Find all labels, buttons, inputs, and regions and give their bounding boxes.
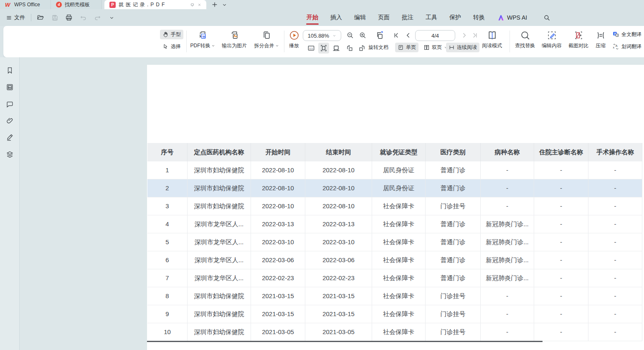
table-cell: 深圳市龙华区人... bbox=[188, 251, 251, 269]
edit-content-button[interactable]: 编辑内容 bbox=[539, 30, 565, 49]
table-cell: 深圳市妇幼保健院 bbox=[188, 287, 251, 305]
bookmark-icon bbox=[6, 66, 14, 74]
pdf-convert-button[interactable]: W PDF转换 bbox=[187, 30, 218, 49]
ribbon-tab-4[interactable]: 页面 bbox=[377, 12, 390, 23]
table-cell: 普通门诊 bbox=[426, 215, 481, 233]
undo-button[interactable] bbox=[78, 13, 88, 23]
ribbon-tab-5[interactable]: 批注 bbox=[401, 12, 414, 23]
select-tool-button[interactable]: 选择 bbox=[160, 42, 183, 51]
print-button[interactable] bbox=[64, 13, 74, 23]
rotate-left-button[interactable] bbox=[344, 43, 355, 54]
table-header-cell: 医疗类别 bbox=[426, 143, 481, 161]
table-cell: - bbox=[481, 197, 534, 215]
last-page-icon bbox=[471, 32, 478, 39]
double-page-icon bbox=[423, 44, 430, 51]
save-button[interactable] bbox=[50, 13, 60, 23]
table-row: 3深圳市妇幼保健院2022-08-102022-08-10社会保障卡门诊挂号--… bbox=[147, 197, 642, 215]
table-header-cell: 病种名称 bbox=[481, 143, 534, 161]
attachments-panel-button[interactable] bbox=[5, 116, 14, 125]
ribbon-tab-3[interactable]: 编辑 bbox=[353, 12, 367, 23]
table-cell: - bbox=[534, 215, 588, 233]
table-cell: 门诊挂号 bbox=[426, 197, 481, 215]
new-tab-icon[interactable] bbox=[211, 1, 218, 8]
fit-page-switch-button[interactable] bbox=[373, 29, 386, 42]
quickbar-chevron-icon[interactable] bbox=[106, 13, 117, 23]
signature-panel-button[interactable] bbox=[5, 133, 14, 142]
rotate-doc-button[interactable]: 旋转文档 bbox=[368, 43, 391, 52]
pdf-page: 序号定点医药机构名称开始时间结束时间就诊凭证类型医疗类别病种名称住院主诊断名称手… bbox=[147, 65, 644, 350]
tab-document-pdf[interactable]: P 就医记录.PDF bbox=[104, 0, 206, 9]
rotate-right-button[interactable] bbox=[357, 43, 368, 54]
read-mode-button[interactable]: 阅读模式 bbox=[479, 30, 505, 49]
ribbon-tab-2[interactable]: 插入 bbox=[330, 12, 343, 23]
thumbnails-panel-button[interactable] bbox=[5, 82, 14, 92]
ribbon-tab-6[interactable]: 工具 bbox=[425, 12, 438, 23]
find-replace-button[interactable]: 查找替换 bbox=[512, 30, 538, 49]
table-cell: 7 bbox=[147, 269, 188, 287]
zoom-out-icon bbox=[346, 31, 354, 39]
continuous-read-button[interactable]: 连续阅读 bbox=[446, 43, 479, 52]
close-tab-icon[interactable] bbox=[198, 3, 201, 7]
next-page-button[interactable] bbox=[459, 31, 469, 40]
layers-panel-button[interactable] bbox=[5, 150, 14, 159]
wps-ai-button[interactable]: WPS AI bbox=[497, 14, 527, 21]
svg-text:x: x bbox=[613, 46, 614, 49]
table-cell: - bbox=[534, 269, 588, 287]
hand-tool-button[interactable]: 手型 bbox=[160, 30, 183, 39]
first-page-button[interactable] bbox=[392, 31, 401, 40]
compress-button[interactable]: 压缩 bbox=[591, 30, 610, 49]
fit-page-button[interactable] bbox=[331, 43, 342, 54]
single-page-button[interactable]: 单页 bbox=[395, 43, 418, 52]
word-translate-button[interactable]: xA 划词翻译 bbox=[610, 42, 644, 51]
file-menu-button[interactable]: 文件 bbox=[4, 13, 27, 23]
full-translate-button[interactable]: A文 全文翻译 bbox=[610, 30, 644, 39]
table-cell: - bbox=[588, 251, 642, 269]
ribbon-tab-8[interactable]: 转换 bbox=[472, 12, 486, 23]
split-merge-button[interactable]: 拆分合并 bbox=[251, 30, 282, 49]
ribbon-tab-7[interactable]: 保护 bbox=[449, 12, 462, 23]
last-page-button[interactable] bbox=[470, 31, 479, 40]
open-file-button[interactable] bbox=[35, 13, 46, 23]
screenshot-compare-button[interactable]: 截图对比 bbox=[565, 30, 591, 49]
side-rail bbox=[0, 57, 20, 350]
printer-icon bbox=[65, 14, 73, 21]
table-cell: - bbox=[534, 323, 588, 341]
page-number-input[interactable]: 4/4 bbox=[415, 30, 455, 41]
select-tool-label: 选择 bbox=[171, 43, 181, 50]
tab-list-chevron-icon[interactable] bbox=[222, 3, 227, 7]
ribbon-tab-1[interactable]: 开始 bbox=[306, 12, 319, 23]
read-mode-label: 阅读模式 bbox=[482, 42, 502, 49]
thumbnail-icon bbox=[6, 83, 14, 91]
table-row: 5深圳市龙华区人...2022-03-102022-03-10社会保障卡普通门诊… bbox=[147, 233, 642, 251]
book-icon bbox=[487, 30, 497, 41]
zoom-out-button[interactable] bbox=[345, 30, 355, 41]
tab-wps-office[interactable]: W WPS Office bbox=[0, 0, 51, 9]
table-cell: 2 bbox=[147, 179, 188, 197]
comments-panel-button[interactable] bbox=[5, 100, 14, 109]
table-cell: 深圳市龙华区人... bbox=[188, 269, 251, 287]
export-image-button[interactable]: 输出为图片 bbox=[218, 30, 251, 49]
table-cell: 新冠肺炎门诊... bbox=[481, 269, 534, 287]
ribbon-search-icon[interactable] bbox=[543, 14, 550, 21]
prev-page-button[interactable] bbox=[403, 31, 413, 40]
hamburger-icon bbox=[6, 15, 12, 21]
menu-bar: 文件 开始插入编辑页面批注工具保护转换 bbox=[0, 9, 644, 26]
play-button[interactable]: 播放 bbox=[286, 30, 302, 49]
table-cell: 2022-03-06 bbox=[251, 251, 305, 269]
edit-content-icon bbox=[547, 30, 557, 41]
word-translate-label: 划词翻译 bbox=[621, 43, 641, 50]
zoom-in-button[interactable] bbox=[357, 30, 368, 41]
bookmarks-panel-button[interactable] bbox=[5, 66, 14, 75]
table-bottom-border bbox=[147, 341, 543, 342]
compress-label: 压缩 bbox=[596, 42, 606, 49]
layers-icon bbox=[6, 151, 14, 158]
zoom-level-select[interactable]: 105.88% bbox=[303, 30, 341, 41]
monitor-icon[interactable] bbox=[190, 3, 194, 7]
redo-button[interactable] bbox=[92, 13, 102, 23]
fit-width-icon bbox=[319, 44, 328, 52]
svg-text:W: W bbox=[5, 2, 11, 8]
tab-docer-templates[interactable]: d 找稻壳模板 bbox=[51, 0, 102, 9]
fit-width-button[interactable] bbox=[318, 43, 329, 54]
actual-size-button[interactable]: 1:1 bbox=[306, 43, 317, 54]
wps-ai-label: WPS AI bbox=[507, 14, 527, 21]
